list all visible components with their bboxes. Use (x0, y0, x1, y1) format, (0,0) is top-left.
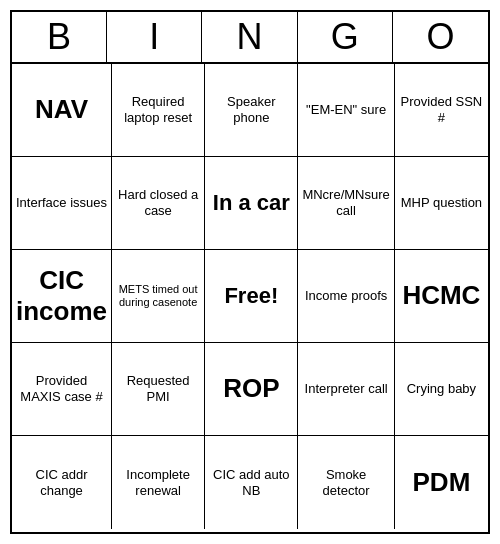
bingo-cell: CIC addr change (12, 436, 112, 529)
bingo-cell: In a car (205, 157, 298, 250)
bingo-cell: Speaker phone (205, 64, 298, 157)
bingo-header: BINGO (12, 12, 488, 64)
bingo-cell: "EM-EN" sure (298, 64, 394, 157)
bingo-cell: Interpreter call (298, 343, 394, 436)
bingo-cell: METS timed out during casenote (112, 250, 205, 343)
header-letter: I (107, 12, 202, 62)
bingo-cell: CIC income (12, 250, 112, 343)
bingo-cell: ROP (205, 343, 298, 436)
header-letter: G (298, 12, 393, 62)
bingo-cell: MNcre/MNsure call (298, 157, 394, 250)
bingo-cell: Required laptop reset (112, 64, 205, 157)
bingo-cell: HCMC (395, 250, 488, 343)
bingo-cell: Crying baby (395, 343, 488, 436)
bingo-cell: NAV (12, 64, 112, 157)
bingo-cell: Income proofs (298, 250, 394, 343)
header-letter: N (202, 12, 297, 62)
bingo-cell: Provided MAXIS case # (12, 343, 112, 436)
bingo-cell: Incomplete renewal (112, 436, 205, 529)
bingo-cell: Hard closed a case (112, 157, 205, 250)
bingo-cell: PDM (395, 436, 488, 529)
bingo-card: BINGO NAVRequired laptop resetSpeaker ph… (10, 10, 490, 534)
bingo-cell: Smoke detector (298, 436, 394, 529)
bingo-cell: Interface issues (12, 157, 112, 250)
bingo-cell: MHP question (395, 157, 488, 250)
bingo-cell: Requested PMI (112, 343, 205, 436)
bingo-grid: NAVRequired laptop resetSpeaker phone"EM… (12, 64, 488, 529)
bingo-cell: Provided SSN # (395, 64, 488, 157)
bingo-cell: CIC add auto NB (205, 436, 298, 529)
header-letter: O (393, 12, 488, 62)
bingo-cell: Free! (205, 250, 298, 343)
header-letter: B (12, 12, 107, 62)
